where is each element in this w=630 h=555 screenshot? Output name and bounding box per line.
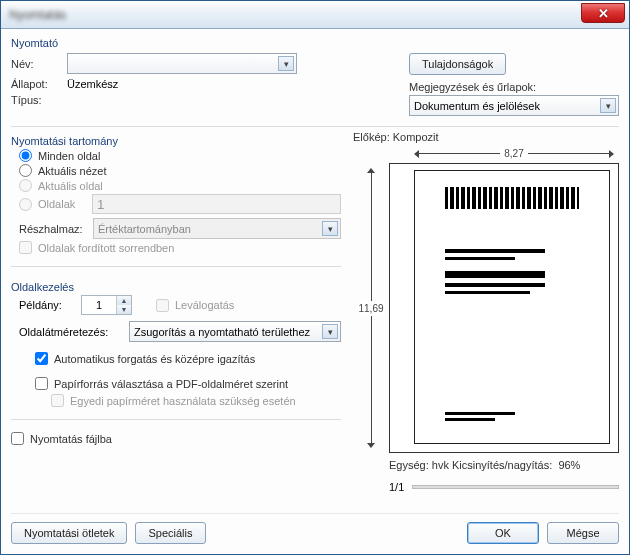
chevron-down-icon: [322, 324, 338, 339]
preview-line: [445, 249, 545, 253]
ok-label: OK: [495, 527, 511, 539]
cancel-label: Mégse: [566, 527, 599, 539]
radio-current-view-input[interactable]: [19, 164, 32, 177]
radio-pages-label: Oldalak: [38, 198, 86, 210]
radio-pages-row: Oldalak: [19, 194, 341, 214]
papersource-label: Papírforrás választása a PDF-oldalméret …: [54, 378, 288, 390]
properties-button[interactable]: Tulajdonságok: [409, 53, 506, 75]
chevron-down-icon: [600, 98, 616, 113]
radio-all-pages[interactable]: Minden oldal: [19, 149, 341, 162]
chevron-down-icon: [322, 221, 338, 236]
radio-current-view[interactable]: Aktuális nézet: [19, 164, 341, 177]
chevron-down-icon: [278, 56, 294, 71]
preview-box: 8,27 11,69: [389, 163, 619, 453]
preview-label: Előkép: Kompozit: [353, 131, 619, 143]
spinner-down-icon[interactable]: ▼: [117, 305, 131, 314]
preview-height: 11,69: [358, 301, 383, 316]
autorotate-label: Automatikus forgatás és középre igazítás: [54, 353, 255, 365]
preview-line: [445, 271, 545, 278]
papersource-check[interactable]: Papírforrás választása a PDF-oldalméret …: [35, 377, 341, 390]
print-tips-label: Nyomtatási ötletek: [24, 527, 114, 539]
preview-line: [445, 291, 530, 294]
collate-label: Leválogatás: [175, 299, 234, 311]
papersource-input[interactable]: [35, 377, 48, 390]
reverse-pages-label: Oldalak fordított sorrendben: [38, 242, 174, 254]
window-title: Nyomtatás: [9, 8, 66, 22]
preview-line: [445, 283, 545, 287]
ok-button[interactable]: OK: [467, 522, 539, 544]
scaling-value: Zsugorítás a nyomtatható területhez: [134, 326, 310, 338]
radio-current-page-label: Aktuális oldal: [38, 180, 103, 192]
copies-label: Példány:: [19, 299, 75, 311]
printer-name-label: Név:: [11, 58, 61, 70]
autorotate-check[interactable]: Automatikus forgatás és középre igazítás: [35, 352, 341, 365]
zoom-value: 96%: [558, 459, 580, 471]
reverse-pages-input: [19, 241, 32, 254]
printer-name-dropdown[interactable]: [67, 53, 297, 74]
units-label: Egység: hvk Kicsinyítés/nagyítás:: [389, 459, 552, 471]
reverse-pages-check: Oldalak fordított sorrendben: [19, 241, 341, 254]
comments-forms-label: Megjegyzések és űrlapok:: [409, 81, 619, 93]
preview-line: [445, 257, 515, 260]
close-icon: ✕: [598, 6, 609, 21]
range-section-label: Nyomtatási tartomány: [11, 135, 341, 147]
preview-line: [445, 418, 495, 421]
print-to-file-input[interactable]: [11, 432, 24, 445]
radio-all-pages-input[interactable]: [19, 149, 32, 162]
radio-current-page: Aktuális oldal: [19, 179, 341, 192]
custompaper-label: Egyedi papírméret használata szükség ese…: [70, 395, 296, 407]
print-to-file-check[interactable]: Nyomtatás fájlba: [11, 432, 341, 445]
comments-forms-dropdown[interactable]: Dokumentum és jelölések: [409, 95, 619, 116]
preview-line: [445, 412, 515, 415]
preview-width: 8,27: [500, 148, 527, 159]
comments-forms-value: Dokumentum és jelölések: [414, 100, 540, 112]
ruler-horizontal: 8,27: [414, 148, 614, 159]
printer-section-label: Nyomtató: [11, 37, 619, 49]
radio-all-pages-label: Minden oldal: [38, 150, 100, 162]
collate-check: Leválogatás: [156, 299, 234, 312]
radio-current-page-input: [19, 179, 32, 192]
subset-dropdown: Értéktartományban: [93, 218, 341, 239]
properties-button-label: Tulajdonságok: [422, 58, 493, 70]
copies-input[interactable]: [82, 296, 116, 314]
page-slider[interactable]: [412, 485, 619, 489]
preview-footer: Egység: hvk Kicsinyítés/nagyítás: 96%: [389, 459, 619, 471]
print-tips-button[interactable]: Nyomtatási ötletek: [11, 522, 127, 544]
autorotate-input[interactable]: [35, 352, 48, 365]
collate-input: [156, 299, 169, 312]
spinner-up-icon[interactable]: ▲: [117, 296, 131, 305]
preview-page: [414, 170, 610, 444]
radio-current-view-label: Aktuális nézet: [38, 165, 106, 177]
titlebar: Nyomtatás ✕: [1, 1, 629, 29]
radio-pages-input: [19, 198, 32, 211]
copies-spinner[interactable]: ▲ ▼: [81, 295, 132, 315]
printer-status-label: Állapot:: [11, 78, 61, 90]
scaling-label: Oldalátméretezés:: [19, 326, 123, 338]
handling-section-label: Oldalkezelés: [11, 281, 341, 293]
custompaper-input: [51, 394, 64, 407]
subset-value: Értéktartományban: [98, 223, 191, 235]
pages-input: [92, 194, 341, 214]
scaling-dropdown[interactable]: Zsugorítás a nyomtatható területhez: [129, 321, 341, 342]
close-button[interactable]: ✕: [581, 3, 625, 23]
printer-status-value: Üzemkész: [67, 78, 118, 90]
preview-barcode: [445, 187, 579, 209]
ruler-vertical: 11,69: [356, 168, 386, 448]
advanced-label: Speciális: [148, 527, 192, 539]
printer-type-label: Típus:: [11, 94, 61, 106]
cancel-button[interactable]: Mégse: [547, 522, 619, 544]
custompaper-check: Egyedi papírméret használata szükség ese…: [51, 394, 341, 407]
print-to-file-label: Nyomtatás fájlba: [30, 433, 112, 445]
page-indicator: 1/1: [389, 481, 404, 493]
advanced-button[interactable]: Speciális: [135, 522, 205, 544]
subset-label: Részhalmaz:: [19, 223, 87, 235]
